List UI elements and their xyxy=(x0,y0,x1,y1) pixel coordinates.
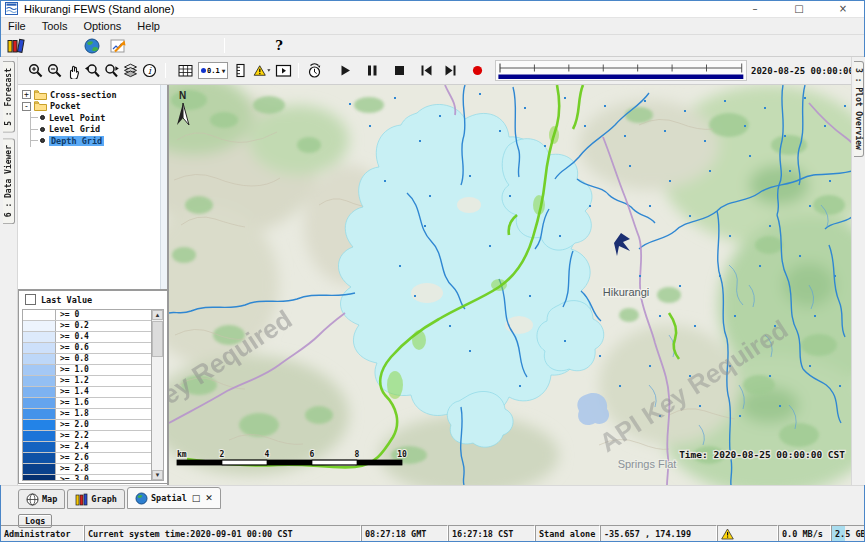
pause-button[interactable] xyxy=(363,62,382,80)
menu-bar: File Tools Options Help xyxy=(0,18,865,35)
tab-label: Map xyxy=(42,494,57,504)
timeline-period-bar xyxy=(499,75,744,80)
legend-color-swatch xyxy=(23,409,56,419)
info-icon[interactable]: i xyxy=(140,62,159,80)
logs-row: Logs xyxy=(0,510,865,525)
maximize-button[interactable]: □ xyxy=(777,0,821,17)
menu-options[interactable]: Options xyxy=(75,20,129,32)
tab-spatial[interactable]: Spatial □ ✕ xyxy=(127,487,221,509)
tree-node-label: Cross-section xyxy=(50,90,117,100)
tab-plot-overview[interactable]: 3 : Plot Overview xyxy=(854,61,864,157)
legend-row-label: >= 1.4 xyxy=(56,387,89,397)
spatial-globe-icon xyxy=(135,492,148,505)
toolbar-separator xyxy=(165,63,166,78)
tab-map[interactable]: Map xyxy=(18,489,65,509)
tree-node-pocket[interactable]: - Pocket xyxy=(18,101,167,113)
legend-scrollbar[interactable]: ▲ ▼ xyxy=(151,310,163,480)
tree-node-level-point[interactable]: Level Point xyxy=(31,112,167,124)
legend-row-label: >= 0 xyxy=(56,310,79,320)
timeline-datetime: 2020-08-25 00:00:00 CST xyxy=(751,66,851,76)
legend-color-swatch xyxy=(23,464,56,474)
legend-color-swatch xyxy=(23,387,56,397)
legend-row-label: >= 0.2 xyxy=(56,321,89,331)
locality-label: Springs Flat xyxy=(618,458,677,470)
status-system-time: Current system time:2020-09-01 00:00 CST xyxy=(84,525,361,542)
menu-tools[interactable]: Tools xyxy=(34,20,76,32)
close-button[interactable]: × xyxy=(821,0,865,17)
legend-panel: Last Value >= 0 >= 0.2 >= 0.4 >= 0.6 >= … xyxy=(18,290,167,484)
warning-dropdown-icon[interactable] xyxy=(253,62,272,80)
legend-color-swatch xyxy=(23,310,56,320)
ruler-icon[interactable] xyxy=(231,62,250,80)
chevron-down-icon: ▼ xyxy=(222,67,226,74)
tab-graph[interactable]: Graph xyxy=(67,489,125,509)
collapse-icon[interactable]: - xyxy=(22,102,31,111)
pan-hand-icon[interactable] xyxy=(64,62,83,80)
record-button[interactable] xyxy=(468,62,487,80)
window-title: Hikurangi FEWS (Stand alone) xyxy=(24,3,174,15)
grid-icon[interactable] xyxy=(176,62,195,80)
expand-icon[interactable]: + xyxy=(22,90,31,99)
step-backward-button[interactable] xyxy=(417,62,436,80)
toolbar-separator xyxy=(224,38,225,53)
map-viewport[interactable]: API Key Required API Key Required Hikura… xyxy=(168,85,851,485)
minimize-button[interactable]: – xyxy=(733,0,777,17)
data-explorer-icon[interactable] xyxy=(6,37,26,55)
threshold-dropdown[interactable]: 0.1 ▼ xyxy=(198,62,228,79)
fews-logo-icon xyxy=(5,2,18,15)
bullet-icon xyxy=(40,127,45,132)
tab-close-icon[interactable]: ✕ xyxy=(205,493,213,503)
timer-icon[interactable] xyxy=(305,62,324,80)
tree-node-label: Level Point xyxy=(49,113,105,123)
scrollbar-thumb[interactable] xyxy=(152,321,163,357)
svg-text:4: 4 xyxy=(265,450,270,459)
legend-color-swatch xyxy=(23,398,56,408)
legend-color-swatch xyxy=(23,332,56,342)
zoom-next-icon[interactable] xyxy=(102,62,121,80)
legend-color-swatch xyxy=(23,354,56,364)
tree-node-level-grid[interactable]: Level Grid xyxy=(31,124,167,136)
step-forward-button[interactable] xyxy=(441,62,460,80)
globe-icon[interactable] xyxy=(82,37,102,55)
threshold-value: 0.1 xyxy=(207,67,220,75)
right-tab-strip: 3 : Plot Overview xyxy=(851,57,865,485)
play-button[interactable] xyxy=(336,62,355,80)
legend-color-swatch xyxy=(23,321,56,331)
timeline-slider[interactable] xyxy=(495,60,747,81)
legend-color-swatch xyxy=(23,442,56,452)
legend-row-label: >= 2.0 xyxy=(56,420,89,430)
tree-node-cross-section[interactable]: + Cross-section xyxy=(18,89,167,101)
status-local-time: 16:27:18 CST xyxy=(448,525,535,542)
wireframe-globe-icon xyxy=(26,493,39,506)
menu-file[interactable]: File xyxy=(0,20,34,32)
svg-text:10: 10 xyxy=(397,450,407,459)
zoom-in-icon[interactable] xyxy=(26,62,45,80)
tab-forecast[interactable]: 5 : Forecast xyxy=(3,61,15,133)
help-icon[interactable]: ? xyxy=(269,37,289,55)
tree-node-depth-grid[interactable]: Depth Grid xyxy=(31,135,167,147)
legend-row-label: >= 1.0 xyxy=(56,365,89,375)
scroll-up-icon[interactable]: ▲ xyxy=(152,310,163,320)
layers-icon[interactable] xyxy=(121,62,140,80)
folder-icon xyxy=(34,90,47,100)
tree-node-label: Pocket xyxy=(50,101,81,111)
tree-scrollbar[interactable] xyxy=(160,85,167,289)
animation-icon[interactable] xyxy=(274,62,293,80)
tree-guide xyxy=(31,129,38,130)
timeline-track xyxy=(496,61,746,80)
tab-maximize-icon[interactable]: □ xyxy=(192,493,201,503)
stop-button[interactable] xyxy=(390,62,409,80)
status-network-rate: 0.0 MB/s xyxy=(778,525,831,542)
zoom-out-icon[interactable] xyxy=(45,62,64,80)
timeseries-chart-icon[interactable] xyxy=(108,37,128,55)
warning-icon[interactable] xyxy=(721,528,734,540)
last-value-checkbox[interactable] xyxy=(25,294,36,305)
zoom-previous-icon[interactable] xyxy=(83,62,102,80)
legend-row-label: >= 2.6 xyxy=(56,453,89,463)
scroll-down-icon[interactable]: ▼ xyxy=(152,470,163,480)
legend-color-swatch xyxy=(23,453,56,463)
menu-help[interactable]: Help xyxy=(129,20,168,32)
application-window: Hikurangi FEWS (Stand alone) – □ × File … xyxy=(0,0,865,542)
legend-row: >= 0 xyxy=(23,310,151,321)
tab-data-viewer[interactable]: 6 : Data Viewer xyxy=(3,138,15,224)
